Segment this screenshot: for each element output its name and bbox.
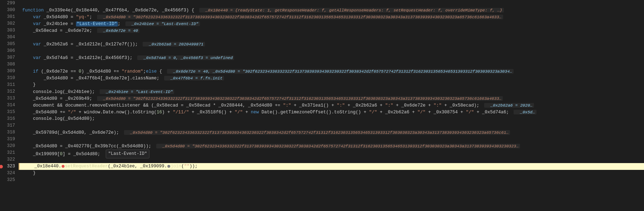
line-299 (19, 0, 644, 7)
breakpoint-indicator (0, 165, 3, 168)
ln-314: 314 (0, 102, 15, 109)
ln-300: 300 (0, 7, 15, 14)
ln-309: 309 (0, 68, 15, 75)
line-324: } (19, 170, 644, 177)
line-numbers: 299 300 301 302 303 304 305 306 307 308 … (0, 0, 19, 211)
ln-302: 302 (0, 20, 15, 27)
line-321: _0x199099[0] = _0x5d4d80; "Last-Event-ID… (19, 149, 644, 156)
ln-315: 315 (0, 109, 15, 116)
ln-308: 308 (0, 61, 15, 68)
ln-320: 320 (0, 143, 15, 149)
line-319 (19, 136, 644, 143)
ln-322: 322 (0, 156, 15, 163)
line-314: document && document.removeEventListener… (19, 102, 644, 109)
ln-303: 303 (0, 27, 15, 34)
line-318: _0x59789d(_0x5d4d80, _0x6de72e); _0x5d4d… (19, 129, 644, 136)
ln-318: 318 (0, 129, 15, 136)
line-300: function _0x339e4e(_0x18e440, _0x47f6b4,… (19, 7, 644, 14)
line-312: console.log(_0x24b1ee); _0x24b1ee = "Las… (19, 88, 644, 95)
line-302: var _0x24b1ee = "Last-Event-ID"; _0x24b1… (19, 20, 644, 27)
ln-304: 304 (0, 34, 15, 41)
line-304 (19, 34, 644, 41)
code-editor: 299 300 301 302 303 304 305 306 307 308 … (0, 0, 644, 211)
ln-299: 299 (0, 0, 15, 7)
line-310: _0x5d4d80 = _0x47f6b4[_0x6de72e].classNa… (19, 75, 644, 82)
ln-325: 325 (0, 177, 15, 183)
ln-312: 312 (0, 88, 15, 95)
ln-313: 313 (0, 95, 15, 102)
line-313: _0x5d4d80 = _0x269b49; _0x5d4d80 = "302f… (19, 95, 644, 102)
ln-307: 307 (0, 54, 15, 61)
line-301: var _0x5d4d80 = "yq-"; _0x5d4d80 = "302f… (19, 14, 644, 20)
line-323: _0x18e440.setRequestHeader(_0x24b1ee, _0… (19, 163, 644, 170)
code-content[interactable]: function _0x339e4e(_0x18e440, _0x47f6b4,… (19, 0, 644, 211)
line-306 (19, 48, 644, 54)
line-325 (19, 177, 644, 183)
ln-311: 311 (0, 82, 15, 88)
ln-305: 305 (0, 41, 15, 48)
ln-321: 321 (0, 149, 15, 156)
line-322 (19, 156, 644, 163)
ln-324: 324 (0, 170, 15, 177)
line-307: var _0x5d74a6 = _0x1d212e(_0x4566f3); _0… (19, 54, 644, 61)
line-309: if (_0x6de72e == 0) _0x5d4d80 += "random… (19, 68, 644, 75)
line-305: var _0x2b62a6 = _0x1d212e(_0x127e7f()); … (19, 41, 644, 48)
ln-323: 323 (0, 163, 15, 170)
line-311: } (19, 82, 644, 88)
ln-306: 306 (0, 48, 15, 54)
ln-301: 301 (0, 14, 15, 20)
ln-310: 310 (0, 75, 15, 82)
line-308 (19, 61, 644, 68)
active-line-marker (19, 163, 20, 170)
line-303: _0x58ecad = _0x6de72e; _0x6de72e = 40 (19, 27, 644, 34)
line-317 (19, 122, 644, 129)
ln-319: 319 (0, 136, 15, 143)
line-315: _0x5d4d80 += "/" + window.Date.now().toS… (19, 109, 644, 116)
ln-316: 316 (0, 116, 15, 122)
ln-317: 317 (0, 122, 15, 129)
line-316: console.log(_0x5d4d80); (19, 116, 644, 122)
